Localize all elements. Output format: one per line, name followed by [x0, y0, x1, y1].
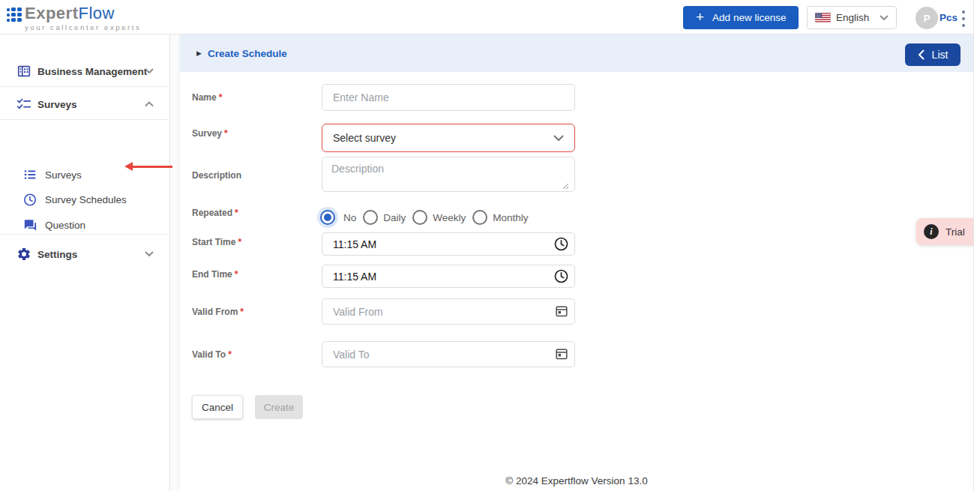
- end-time-field-label: End Time*: [192, 269, 238, 280]
- required-asterisk: *: [240, 307, 244, 317]
- sidebar-item-label: Question: [45, 220, 85, 231]
- end-time-input[interactable]: [322, 265, 575, 288]
- language-selector[interactable]: English: [807, 6, 897, 29]
- clock-icon: [23, 193, 37, 206]
- add-new-license-button[interactable]: + Add new license: [683, 6, 799, 29]
- sidebar-item-label: Business Management: [37, 66, 147, 77]
- scrollbar-track[interactable]: [973, 0, 980, 491]
- avatar-initial: P: [924, 13, 931, 24]
- chat-icon: [23, 218, 37, 232]
- required-asterisk: *: [235, 208, 238, 218]
- gear-icon: [16, 247, 31, 262]
- description-field-label: Description: [192, 170, 241, 181]
- breadcrumb-arrow-icon: ▶: [196, 49, 202, 57]
- user-display-name[interactable]: Pcs: [940, 12, 958, 23]
- radio-monthly-label[interactable]: Monthly: [493, 212, 528, 223]
- chevron-down-icon: [145, 251, 154, 257]
- survey-select[interactable]: Select survey: [322, 124, 575, 152]
- name-field-label: Name*: [192, 92, 222, 103]
- radio-no-label[interactable]: No: [343, 212, 356, 223]
- sidebar-item-surveys[interactable]: Surveys: [0, 91, 170, 117]
- radio-monthly[interactable]: [472, 210, 487, 225]
- sidebar-item-label: Surveys: [45, 169, 82, 181]
- clock-icon[interactable]: [553, 236, 569, 252]
- sidebar-divider: [0, 234, 170, 235]
- sidebar-item-business-management[interactable]: Business Management: [0, 58, 170, 84]
- logo-dots-icon: [7, 7, 22, 22]
- page-header-band: ▶ Create Schedule List: [180, 34, 973, 72]
- app-header: ExpertFlow your callcenter experts + Add…: [0, 0, 980, 34]
- chevron-down-icon: [145, 68, 154, 74]
- calendar-icon[interactable]: [555, 347, 568, 361]
- add-new-license-label: Add new license: [712, 12, 786, 23]
- annotation-arrow-icon: [124, 162, 172, 171]
- user-avatar[interactable]: P: [916, 7, 938, 29]
- app-root: ExpertFlow your callcenter experts + Add…: [0, 0, 980, 491]
- sidebar-nav: Business Management Surveys: [0, 34, 170, 491]
- info-icon: i: [924, 224, 939, 239]
- expertflow-logo: ExpertFlow your callcenter experts: [7, 5, 141, 31]
- calendar-icon[interactable]: [555, 304, 568, 318]
- required-asterisk: *: [224, 128, 228, 139]
- logo-tagline: your callcenter experts: [25, 23, 141, 31]
- sidebar-item-survey-schedules[interactable]: Survey Schedules: [0, 187, 170, 211]
- required-asterisk: *: [219, 92, 223, 103]
- radio-weekly[interactable]: [412, 210, 427, 225]
- valid-from-field-label: Valid From*: [192, 307, 244, 317]
- valid-to-input[interactable]: [322, 341, 575, 367]
- start-time-field-label: Start Time*: [192, 237, 241, 247]
- list-button[interactable]: List: [905, 43, 961, 66]
- sidebar-divider: [0, 86, 170, 87]
- trial-badge-label: Trial: [946, 226, 965, 238]
- description-textarea[interactable]: [322, 157, 575, 192]
- list-icon: [23, 168, 37, 181]
- plus-icon: +: [696, 10, 704, 24]
- repeated-field-label: Repeated*: [192, 208, 238, 218]
- survey-field-label: Survey*: [192, 128, 228, 139]
- kebab-menu-icon[interactable]: [960, 10, 967, 28]
- required-asterisk: *: [235, 269, 238, 280]
- footer-copyright: © 2024 Expertflow Version 13.0: [180, 475, 973, 487]
- trial-badge[interactable]: i Trial: [916, 218, 973, 245]
- required-asterisk: *: [238, 237, 241, 247]
- us-flag-icon: [815, 13, 831, 22]
- page-title: Create Schedule: [208, 48, 287, 59]
- building-icon: [16, 64, 31, 79]
- clock-icon[interactable]: [553, 268, 569, 284]
- radio-no[interactable]: [320, 210, 335, 225]
- sidebar-item-label: Surveys: [37, 99, 77, 110]
- repeated-radio-group: No Daily Weekly Monthly: [317, 207, 535, 228]
- valid-to-field-label: Valid To*: [192, 349, 232, 360]
- chevron-up-icon: [145, 101, 154, 107]
- list-button-label: List: [932, 49, 949, 61]
- start-time-input[interactable]: [322, 232, 575, 256]
- chevron-left-icon: [918, 49, 925, 60]
- language-selected-label: English: [836, 12, 874, 23]
- radio-daily[interactable]: [363, 210, 378, 225]
- logo-wordmark: ExpertFlow: [25, 5, 141, 22]
- required-asterisk: *: [228, 349, 232, 360]
- content-card: [180, 34, 973, 491]
- cancel-button[interactable]: Cancel: [192, 395, 243, 419]
- sidebar-item-label: Survey Schedules: [45, 194, 127, 205]
- breadcrumb: ▶ Create Schedule: [196, 34, 287, 72]
- chevron-down-icon: [880, 15, 889, 21]
- chevron-down-icon: [553, 135, 564, 142]
- valid-from-input[interactable]: [322, 298, 575, 325]
- sidebar-divider: [0, 119, 170, 120]
- survey-select-value: Select survey: [333, 132, 553, 144]
- name-input[interactable]: [322, 84, 575, 111]
- radio-weekly-label[interactable]: Weekly: [433, 212, 466, 223]
- sidebar-item-settings[interactable]: Settings: [0, 241, 170, 267]
- checklist-icon: [16, 97, 31, 112]
- create-button[interactable]: Create: [255, 395, 303, 419]
- radio-daily-label[interactable]: Daily: [383, 212, 406, 223]
- sidebar-item-label: Settings: [37, 249, 77, 260]
